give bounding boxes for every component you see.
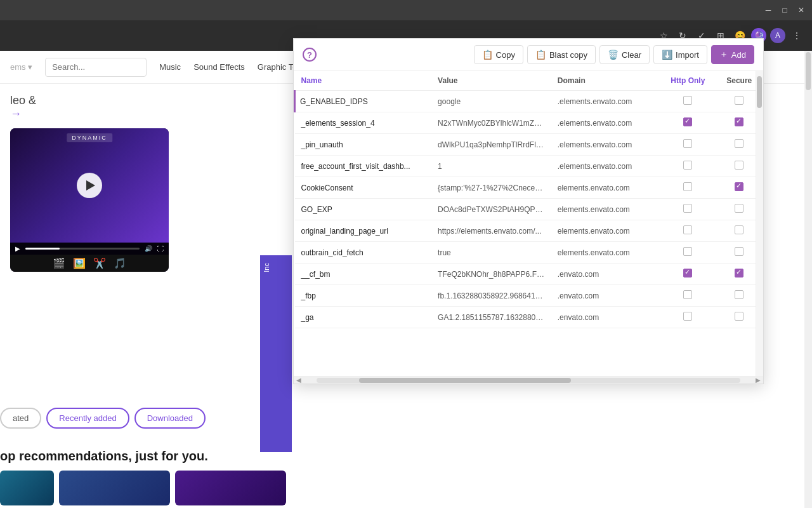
cell-domain: .elements.envato.com — [551, 91, 660, 112]
cell-http-only[interactable] — [660, 134, 715, 156]
checkbox-http-only[interactable] — [683, 161, 692, 170]
tab-downloaded[interactable]: Downloaded — [134, 408, 206, 429]
cell-domain: .envato.com — [551, 264, 660, 285]
close-button[interactable]: ✕ — [796, 4, 807, 16]
cell-value: fb.1.1632880358922.968641642 — [431, 285, 551, 307]
checkbox-secure[interactable] — [735, 269, 743, 277]
cell-value: DOAc8dPeTXWS2PtAH9QPyg... — [431, 199, 551, 220]
checkbox-http-only[interactable] — [683, 204, 692, 213]
cookies-table: Name Value Domain Http Only Secure G_ENA… — [294, 71, 763, 328]
cell-http-only[interactable] — [660, 220, 715, 242]
checkbox-secure[interactable] — [735, 204, 743, 213]
checkbox-http-only[interactable] — [683, 182, 692, 191]
video-controls: ▶ 🔊 ⛶ — [10, 243, 169, 255]
modal-scrollbar-right[interactable] — [756, 71, 763, 376]
cell-value: N2xTWnMyc0ZBYlhlcW1mZ1Z... — [431, 112, 551, 134]
hscroll-thumb — [359, 378, 571, 383]
checkbox-secure[interactable] — [735, 312, 743, 321]
table-row[interactable]: original_landing_page_urlhttps://element… — [295, 220, 764, 242]
cell-http-only[interactable] — [660, 307, 715, 328]
page-scrollbar-thumb — [806, 52, 811, 90]
checkbox-secure[interactable] — [735, 225, 743, 234]
cell-domain: elements.envato.com — [551, 177, 660, 199]
modal-hscrollbar[interactable]: ◀ ▶ — [294, 376, 763, 384]
table-row[interactable]: G_ENABLED_IDPSgoogle.elements.envato.com — [295, 91, 764, 112]
table-row[interactable]: _fbpfb.1.1632880358922.968641642.envato.… — [295, 285, 764, 307]
tab-recently-added[interactable]: Recently added — [46, 408, 129, 429]
checkbox-http-only[interactable] — [683, 225, 692, 234]
checkbox-secure[interactable] — [735, 139, 743, 148]
checkbox-secure[interactable] — [735, 290, 743, 299]
cell-http-only[interactable] — [660, 264, 715, 285]
checkbox-http-only[interactable] — [683, 247, 692, 256]
table-row[interactable]: GO_EXPDOAc8dPeTXWS2PtAH9QPyg...elements.… — [295, 199, 764, 220]
nav-item-music[interactable]: Music — [159, 62, 181, 72]
cell-domain: .envato.com — [551, 307, 660, 328]
play-button[interactable] — [77, 173, 102, 198]
cell-value: true — [431, 242, 551, 264]
minimize-button[interactable]: ─ — [763, 4, 774, 16]
checkbox-http-only[interactable] — [683, 139, 692, 148]
nav-item-sound-effects[interactable]: Sound Effects — [193, 62, 245, 72]
checkbox-secure[interactable] — [735, 96, 743, 105]
hscroll-right[interactable]: ▶ — [753, 377, 763, 384]
hscroll-track[interactable] — [317, 378, 740, 383]
cell-name: _pin_unauth — [295, 134, 432, 156]
add-icon: ＋ — [719, 49, 728, 60]
table-row[interactable]: _elements_session_4N2xTWnMyc0ZBYlhlcW1mZ… — [295, 112, 764, 134]
checkbox-http-only[interactable] — [683, 96, 692, 105]
checkbox-http-only[interactable] — [683, 269, 692, 277]
checkbox-secure[interactable] — [735, 117, 743, 126]
help-icon[interactable]: ? — [303, 48, 317, 62]
cell-name: _elements_session_4 — [295, 112, 432, 134]
add-button[interactable]: ＋ Add — [711, 45, 754, 64]
cell-http-only[interactable] — [660, 199, 715, 220]
checkbox-http-only[interactable] — [683, 312, 692, 321]
cell-http-only[interactable] — [660, 177, 715, 199]
page-scrollbar[interactable] — [804, 51, 812, 508]
tab-ated[interactable]: ated — [0, 408, 41, 429]
progress-fill — [25, 248, 60, 250]
table-row[interactable]: free_account_first_visit_dashb...1.eleme… — [295, 156, 764, 177]
checkbox-http-only[interactable] — [683, 290, 692, 299]
cell-http-only[interactable] — [660, 156, 715, 177]
menu-icon[interactable]: ⋮ — [789, 28, 804, 43]
cell-http-only[interactable] — [660, 242, 715, 264]
cell-http-only[interactable] — [660, 91, 715, 112]
intro-text: leo &→ — [10, 94, 282, 121]
table-row[interactable]: CookieConsent{stamp:'%27-1%27%2Cnecessa.… — [295, 177, 764, 199]
checkbox-secure[interactable] — [735, 161, 743, 170]
table-row[interactable]: __cf_bmTFeQ2bKNOhr_8h8PAPP6.FO....envato… — [295, 264, 764, 285]
rec-card-2[interactable] — [59, 471, 170, 505]
blue-accent-bar: Inc — [260, 255, 292, 452]
rec-card-1[interactable] — [0, 471, 54, 505]
progress-bar[interactable] — [25, 248, 140, 250]
cell-domain: .elements.envato.com — [551, 134, 660, 156]
cell-value: GA1.2.1851155787.1632880358 — [431, 307, 551, 328]
clear-button[interactable]: 🗑️ Clear — [599, 45, 650, 64]
checkbox-http-only[interactable] — [683, 117, 692, 126]
browser-titlebar: ─ □ ✕ — [0, 0, 812, 20]
import-button[interactable]: ⬇️ Import — [653, 45, 707, 64]
checkbox-secure[interactable] — [735, 182, 743, 191]
cell-http-only[interactable] — [660, 112, 715, 134]
import-icon: ⬇️ — [662, 50, 672, 60]
copy-button[interactable]: 📋 Copy — [474, 45, 523, 64]
cell-value: TFeQ2bKNOhr_8h8PAPP6.FO... — [431, 264, 551, 285]
table-row[interactable]: _gaGA1.2.1851155787.1632880358.envato.co… — [295, 307, 764, 328]
hscroll-left[interactable]: ◀ — [294, 377, 304, 384]
table-row[interactable]: _pin_unauthdWlkPU1qa3pNemhpTlRrdFlq....e… — [295, 134, 764, 156]
cell-http-only[interactable] — [660, 285, 715, 307]
maximize-button[interactable]: □ — [779, 4, 790, 16]
avatar-icon[interactable]: A — [770, 28, 785, 43]
table-row[interactable]: outbrain_cid_fetchtrueelements.envato.co… — [295, 242, 764, 264]
cell-name: GO_EXP — [295, 199, 432, 220]
search-input[interactable] — [45, 58, 147, 77]
rec-card-3[interactable] — [175, 471, 286, 505]
checkbox-secure[interactable] — [735, 247, 743, 256]
table-container: Name Value Domain Http Only Secure G_ENA… — [294, 71, 763, 376]
cell-value: https://elements.envato.com/... — [431, 220, 551, 242]
blast-copy-button[interactable]: 📋 Blast copy — [527, 45, 596, 64]
cell-domain: elements.envato.com — [551, 242, 660, 264]
cell-value: {stamp:'%27-1%27%2Cnecessa... — [431, 177, 551, 199]
